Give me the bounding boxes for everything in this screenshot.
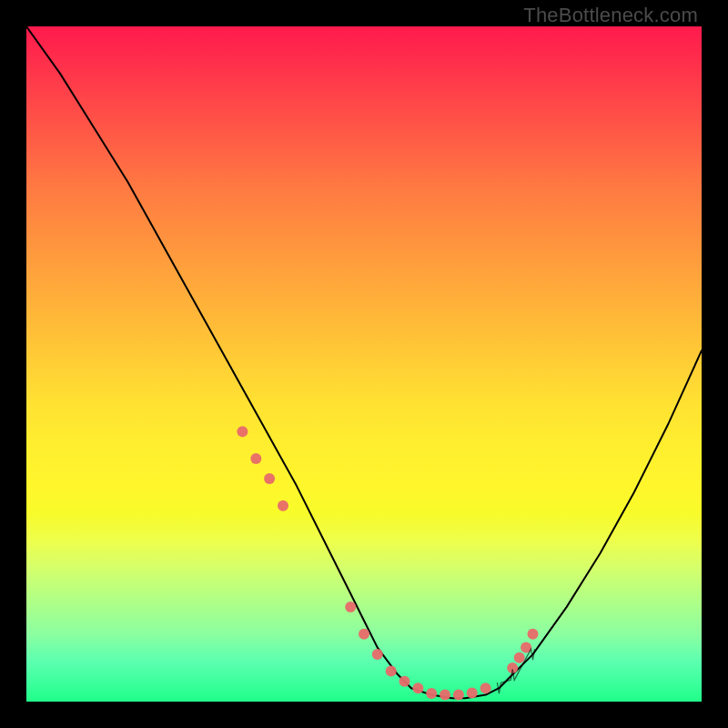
- marker-point: [412, 682, 423, 693]
- marker-point: [514, 652, 525, 663]
- chart-frame: TheBottleneck.com: [0, 0, 728, 728]
- curve-svg: [26, 26, 702, 702]
- marker-point: [250, 453, 261, 464]
- marker-point: [426, 688, 437, 699]
- plot-area: [26, 26, 702, 702]
- marker-point: [359, 629, 369, 640]
- marker-point: [453, 690, 464, 701]
- bottleneck-curve: [26, 26, 702, 698]
- markers-group: [237, 426, 538, 700]
- marker-point: [372, 649, 383, 660]
- marker-point: [399, 676, 410, 687]
- marker-point: [237, 426, 248, 437]
- marker-point: [345, 602, 356, 612]
- marker-point: [480, 682, 491, 693]
- marker-point: [278, 500, 288, 511]
- marker-point: [467, 687, 478, 698]
- marker-point: [386, 666, 397, 677]
- marker-point: [264, 473, 275, 484]
- marker-point: [440, 690, 450, 701]
- watermark-text: TheBottleneck.com: [523, 4, 698, 27]
- marker-point: [528, 629, 539, 640]
